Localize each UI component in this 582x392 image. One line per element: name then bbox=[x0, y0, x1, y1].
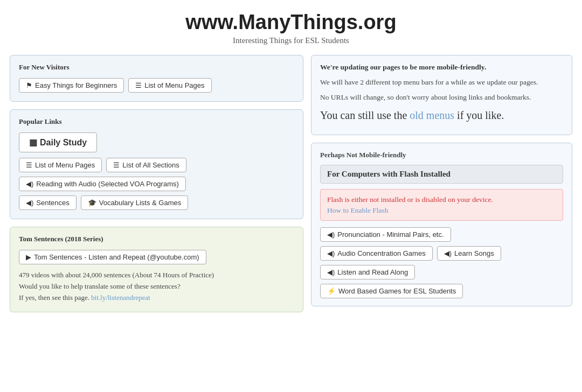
daily-study-button[interactable]: ▦ Daily Study bbox=[19, 132, 97, 152]
tom-sentences-button[interactable]: ▶ Tom Sentences - Listen and Repeat (@yo… bbox=[19, 250, 206, 264]
audio-icon-6: ◀) bbox=[327, 268, 335, 276]
tom-desc-line3: If yes, then see this page. bbox=[19, 293, 89, 302]
update-notice-para1: We will have 2 different top menu bars f… bbox=[320, 77, 563, 88]
audio-icon-2: ◀) bbox=[26, 199, 33, 207]
popular-row1: ☰ List of Menu Pages ☰ List of All Secti… bbox=[19, 158, 294, 172]
computers-with-flash-header: For Computers with Flash Installed bbox=[320, 165, 563, 184]
list-menu-pages-button-1[interactable]: ☰ List of Menu Pages bbox=[128, 78, 211, 93]
right-column: We're updating our pages to be more mobi… bbox=[311, 55, 572, 312]
list-menu-pages-label-1: List of Menu Pages bbox=[144, 81, 204, 89]
learn-songs-label: Learn Songs bbox=[454, 249, 494, 257]
audio-concentration-button[interactable]: ◀) Audio Concentration Games bbox=[320, 246, 433, 261]
site-subtitle: Interesting Things for ESL Students bbox=[5, 36, 577, 45]
list-icon-2: ☰ bbox=[26, 161, 32, 169]
not-mobile-title: Perhaps Not Mobile-friendly bbox=[320, 151, 563, 159]
word-based-games-label: Word Based Games for ESL Students bbox=[338, 287, 456, 295]
sentences-button[interactable]: ◀) Sentences bbox=[19, 195, 77, 210]
update-notice-para2: No URLs will change, so don't worry abou… bbox=[320, 92, 563, 103]
tom-sentences-title: Tom Sentences (2018 Series) bbox=[19, 235, 294, 243]
youtube-icon: ▶ bbox=[26, 253, 31, 261]
easy-beginners-label: Easy Things for Beginners bbox=[35, 81, 117, 89]
flag-icon: ⚑ bbox=[26, 81, 32, 89]
site-title: www.ManyThings.org bbox=[5, 11, 577, 34]
tom-description: 479 videos with about 24,000 sentences (… bbox=[19, 270, 294, 303]
list-icon-3: ☰ bbox=[113, 161, 120, 169]
audio-icon-4: ◀) bbox=[327, 249, 335, 257]
not-mobile-row3: ◀) Listen and Read Along bbox=[320, 265, 563, 279]
update-notice-big-text: You can still use the old menus if you l… bbox=[320, 108, 563, 123]
vocab-games-label: Vocabulary Lists & Games bbox=[99, 199, 181, 207]
update-notice-title: We're updating our pages to be more mobi… bbox=[320, 63, 563, 72]
cap-icon: 🎓 bbox=[88, 199, 96, 207]
tom-sentences-label: Tom Sentences - Listen and Repeat (@yout… bbox=[34, 253, 199, 261]
popular-row3: ◀) Sentences 🎓 Vocabulary Lists & Games bbox=[19, 195, 294, 210]
not-mobile-row2: ◀) Audio Concentration Games ◀) Learn So… bbox=[320, 246, 563, 261]
vocab-games-button[interactable]: 🎓 Vocabulary Lists & Games bbox=[81, 195, 188, 210]
list-icon-1: ☰ bbox=[135, 81, 142, 89]
popular-links-title: Popular Links bbox=[19, 117, 294, 126]
not-mobile-row1: ◀) Pronunciation - Minimal Pairs, etc. bbox=[320, 227, 563, 242]
pronunciation-button[interactable]: ◀) Pronunciation - Minimal Pairs, etc. bbox=[320, 227, 451, 242]
flash-error-box: Flash is either not installed or is disa… bbox=[320, 189, 563, 221]
word-based-games-button[interactable]: ⚡ Word Based Games for ESL Students bbox=[320, 284, 463, 298]
calendar-icon: ▦ bbox=[29, 137, 37, 148]
audio-concentration-label: Audio Concentration Games bbox=[337, 249, 425, 257]
popular-row2: ◀) Reading with Audio (Selected VOA Prog… bbox=[19, 177, 294, 191]
easy-beginners-button[interactable]: ⚑ Easy Things for Beginners bbox=[19, 78, 124, 93]
learn-songs-button[interactable]: ◀) Learn Songs bbox=[437, 246, 501, 261]
listen-read-along-label: Listen and Read Along bbox=[337, 268, 408, 276]
not-mobile-card: Perhaps Not Mobile-friendly For Computer… bbox=[311, 143, 572, 306]
new-visitors-card: For New Visitors ⚑ Easy Things for Begin… bbox=[10, 55, 303, 102]
listen-read-along-button[interactable]: ◀) Listen and Read Along bbox=[320, 265, 415, 279]
tom-desc-line2: Would you like to help translate some of… bbox=[19, 282, 181, 290]
list-menu-pages-button-2[interactable]: ☰ List of Menu Pages bbox=[19, 158, 102, 172]
reading-audio-label: Reading with Audio (Selected VOA Program… bbox=[36, 180, 178, 188]
daily-study-label: Daily Study bbox=[40, 138, 87, 148]
reading-audio-button[interactable]: ◀) Reading with Audio (Selected VOA Prog… bbox=[19, 177, 186, 191]
tom-desc-line1: 479 videos with about 24,000 sentences (… bbox=[19, 271, 214, 279]
list-all-sections-label: List of All Sections bbox=[122, 161, 179, 169]
list-all-sections-button[interactable]: ☰ List of All Sections bbox=[106, 158, 186, 172]
new-visitors-title: For New Visitors bbox=[19, 63, 294, 72]
not-mobile-row4: ⚡ Word Based Games for ESL Students bbox=[320, 284, 563, 298]
old-menus-link[interactable]: old menus bbox=[410, 109, 454, 121]
list-menu-pages-label-2: List of Menu Pages bbox=[35, 161, 95, 169]
bolt-icon: ⚡ bbox=[327, 287, 336, 295]
big-text-after: if you like. bbox=[457, 109, 504, 121]
tom-link[interactable]: bit.ly/listenandrepeat bbox=[91, 293, 150, 302]
update-notice-card: We're updating our pages to be more mobi… bbox=[311, 55, 572, 135]
audio-icon-1: ◀) bbox=[26, 180, 33, 188]
popular-links-card: Popular Links ▦ Daily Study ☰ List of Me… bbox=[10, 109, 303, 219]
new-visitors-buttons: ⚑ Easy Things for Beginners ☰ List of Me… bbox=[19, 78, 294, 93]
sentences-label: Sentences bbox=[36, 199, 69, 207]
flash-error-text: Flash is either not installed or is disa… bbox=[327, 195, 493, 204]
tom-sentences-card: Tom Sentences (2018 Series) ▶ Tom Senten… bbox=[10, 227, 303, 312]
audio-icon-5: ◀) bbox=[444, 249, 452, 257]
pronunciation-label: Pronunciation - Minimal Pairs, etc. bbox=[337, 230, 444, 239]
big-text-before: You can still use the bbox=[320, 109, 407, 121]
left-column: For New Visitors ⚑ Easy Things for Begin… bbox=[10, 55, 303, 312]
audio-icon-3: ◀) bbox=[327, 230, 335, 239]
flash-enable-link[interactable]: How to Enable Flash bbox=[327, 206, 556, 215]
